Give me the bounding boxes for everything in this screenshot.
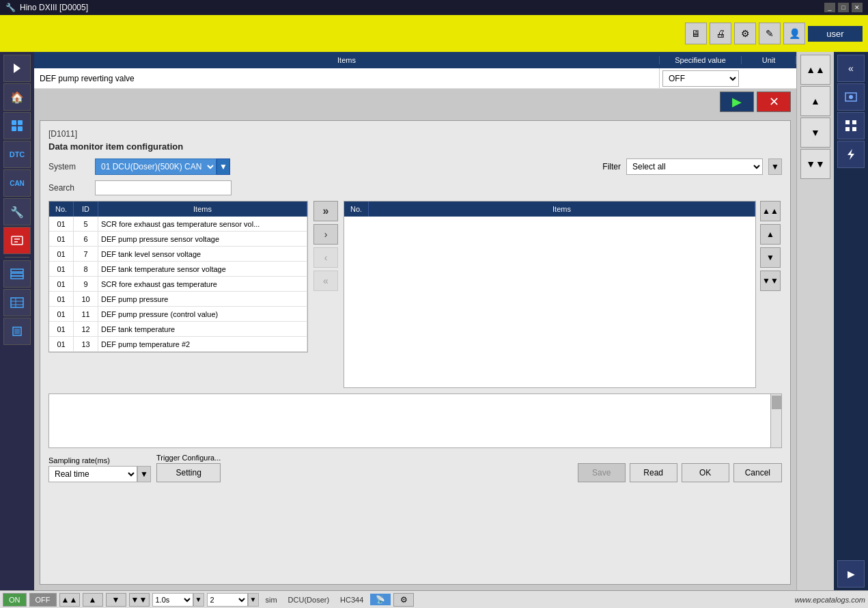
status-down-down-btn[interactable]: ▼▼ bbox=[129, 593, 150, 607]
move-bottom-btn[interactable]: ▼▼ bbox=[760, 271, 781, 291]
trigger-setting-btn[interactable]: Setting bbox=[156, 463, 221, 482]
nav-active-btn[interactable] bbox=[3, 227, 31, 254]
dcu-label: DCU(Doser) bbox=[284, 596, 334, 604]
item-value-dropdown[interactable]: OFF ON bbox=[662, 70, 739, 87]
transfer-right-btn[interactable]: › bbox=[313, 224, 338, 245]
svg-rect-10 bbox=[11, 276, 23, 279]
table-row[interactable]: 01 7 DEF tank level sensor voltage bbox=[49, 247, 307, 262]
filter-label: Filter bbox=[602, 162, 621, 171]
app-title: Hino DXIII [D0005] bbox=[20, 3, 88, 12]
close-btn[interactable]: ✕ bbox=[852, 3, 863, 12]
bottom-action-btns: Save Read OK Cancel bbox=[578, 463, 782, 482]
th-id: ID bbox=[74, 202, 98, 217]
count-select[interactable]: 2 bbox=[207, 593, 248, 607]
maximize-btn[interactable]: □ bbox=[838, 3, 849, 12]
text-area bbox=[48, 393, 782, 448]
status-down-btn[interactable]: ▼ bbox=[106, 593, 126, 607]
far-right-sidebar: « ▶ bbox=[834, 52, 868, 590]
svg-rect-20 bbox=[852, 120, 856, 124]
nav-extra-btn[interactable] bbox=[3, 260, 31, 288]
filter-section: Filter Select all ▼ bbox=[602, 158, 782, 175]
edit-icon-btn[interactable]: ✎ bbox=[759, 23, 781, 44]
user-icon-btn[interactable]: 👤 bbox=[783, 23, 805, 44]
far-expand-btn[interactable]: « bbox=[837, 55, 865, 82]
far-grid-btn[interactable] bbox=[837, 112, 865, 139]
settings-icon-btn[interactable]: ⚙ bbox=[734, 23, 756, 44]
table-row[interactable]: 01 5 SCR fore exhaust gas temperature se… bbox=[49, 217, 307, 232]
filter-select[interactable]: Select all bbox=[626, 158, 763, 175]
rs-move-top-btn[interactable]: ▲▲ bbox=[800, 55, 830, 85]
nav-system-btn[interactable] bbox=[3, 112, 31, 139]
rs-move-up-btn[interactable]: ▲ bbox=[800, 86, 830, 116]
off-btn[interactable]: OFF bbox=[29, 593, 57, 607]
nav-table-btn[interactable] bbox=[3, 289, 31, 316]
minimize-btn[interactable]: _ bbox=[824, 3, 835, 12]
time-select[interactable]: 1.0s bbox=[152, 593, 193, 607]
sampling-arrow[interactable]: ▼ bbox=[137, 466, 151, 482]
title-bar: 🔧 Hino DXIII [D0005] _ □ ✕ bbox=[0, 0, 868, 15]
ok-btn[interactable]: OK bbox=[682, 463, 729, 482]
status-icon-btn[interactable]: ⚙ bbox=[393, 593, 414, 607]
right-sidebar: ▲▲ ▲ ▼ ▼▼ bbox=[796, 52, 834, 590]
far-lightning-btn[interactable] bbox=[837, 141, 865, 168]
system-select[interactable]: 01 DCU(Doser)(500K) CAN bbox=[95, 158, 216, 175]
save-btn[interactable]: Save bbox=[578, 463, 626, 482]
center-content: Items Specified value Unit DEF pump reve… bbox=[34, 52, 796, 590]
table-row[interactable]: 01 9 SCR fore exhaust gas temperature bbox=[49, 277, 307, 292]
move-top-btn[interactable]: ▲▲ bbox=[760, 201, 781, 221]
table-row[interactable]: 01 6 DEF pump pressure sensor voltage bbox=[49, 232, 307, 247]
svg-rect-5 bbox=[12, 236, 23, 245]
sampling-select[interactable]: Real time 100ms 500ms bbox=[48, 466, 137, 482]
status-blue-box[interactable]: 📡 bbox=[370, 594, 391, 605]
system-select-arrow[interactable]: ▼ bbox=[216, 158, 230, 175]
rth-no: No. bbox=[344, 202, 369, 217]
transfer-all-right-btn[interactable]: » bbox=[313, 201, 338, 221]
transfer-all-left-btn[interactable]: « bbox=[313, 271, 338, 291]
sim-label: sim bbox=[262, 596, 281, 604]
svg-rect-3 bbox=[12, 126, 16, 131]
close-action-btn[interactable]: ✕ bbox=[757, 92, 791, 112]
table-row[interactable]: 01 13 DEF pump temperature #2 bbox=[49, 337, 307, 352]
system-select-wrapper: 01 DCU(Doser)(500K) CAN ▼ bbox=[95, 158, 230, 175]
nav-tools-btn[interactable]: 🔧 bbox=[3, 198, 31, 225]
nav-dtc-btn[interactable]: DTC bbox=[3, 141, 31, 168]
bottom-section: Sampling rate(ms) Real time 100ms 500ms … bbox=[48, 454, 782, 482]
text-area-scrollbar[interactable] bbox=[770, 394, 781, 447]
on-btn[interactable]: ON bbox=[3, 593, 27, 607]
nav-chip-btn[interactable] bbox=[3, 318, 31, 345]
rs-move-down-btn[interactable]: ▼ bbox=[800, 118, 830, 148]
move-up-btn[interactable]: ▲ bbox=[760, 224, 781, 245]
nav-expand-btn[interactable] bbox=[3, 55, 31, 82]
move-down-btn[interactable]: ▼ bbox=[760, 247, 781, 268]
far-play-btn[interactable]: ▶ bbox=[837, 560, 865, 588]
table-row[interactable]: 01 11 DEF pump pressure (control value) bbox=[49, 307, 307, 322]
system-label: System bbox=[48, 162, 89, 171]
svg-rect-11 bbox=[11, 298, 23, 307]
hc-label: HC344 bbox=[336, 596, 367, 604]
table-row[interactable]: 01 8 DEF tank temperature sensor voltage bbox=[49, 262, 307, 277]
search-input[interactable] bbox=[95, 180, 232, 195]
count-select-arrow[interactable]: ▼ bbox=[248, 593, 259, 607]
filter-arrow[interactable]: ▼ bbox=[768, 158, 782, 175]
user-label: user bbox=[808, 26, 863, 42]
table-row[interactable]: 01 12 DEF tank temperature bbox=[49, 322, 307, 337]
svg-rect-1 bbox=[12, 120, 16, 125]
screen-icon-btn[interactable]: 🖥 bbox=[685, 23, 707, 44]
cancel-btn[interactable]: Cancel bbox=[733, 463, 782, 482]
transfer-left-btn[interactable]: ‹ bbox=[313, 247, 338, 268]
status-up-up-btn[interactable]: ▲▲ bbox=[59, 593, 80, 607]
nav-can-btn[interactable]: CAN bbox=[3, 169, 31, 197]
play-btn[interactable]: ▶ bbox=[720, 92, 754, 112]
items-col-header: Items bbox=[34, 56, 660, 64]
svg-rect-8 bbox=[11, 269, 23, 272]
far-map-btn[interactable] bbox=[837, 83, 865, 111]
print-icon-btn[interactable]: 🖨 bbox=[710, 23, 731, 44]
rs-move-bottom-btn[interactable]: ▼▼ bbox=[800, 149, 830, 179]
time-select-arrow[interactable]: ▼ bbox=[193, 593, 204, 607]
read-btn[interactable]: Read bbox=[630, 463, 677, 482]
nav-home-btn[interactable]: 🏠 bbox=[3, 83, 31, 111]
table-row[interactable]: 01 10 DEF pump pressure bbox=[49, 292, 307, 307]
dialog: [D1011] Data monitor item configuration … bbox=[40, 120, 791, 585]
status-up-btn[interactable]: ▲ bbox=[83, 593, 103, 607]
def-pump-row[interactable]: DEF pump reverting valve OFF ON bbox=[34, 68, 796, 89]
